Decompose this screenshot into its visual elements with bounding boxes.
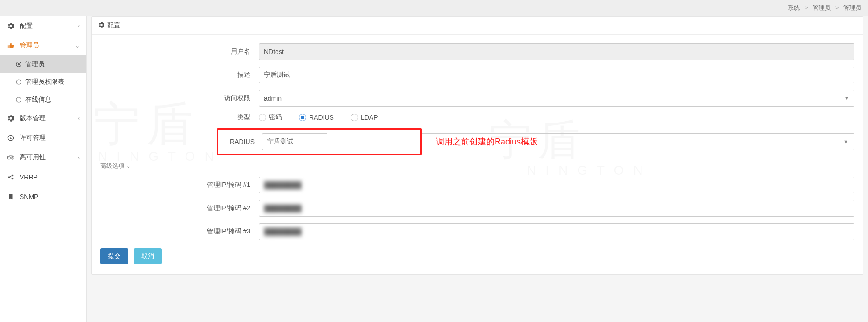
sidebar-subitem-label: 管理员 bbox=[25, 60, 45, 69]
annotation-text: 调用之前创建的Radius模版 bbox=[436, 136, 537, 147]
sidebar-item-admin[interactable]: 管理员 ⌄ bbox=[0, 36, 86, 55]
advanced-options-label: 高级选项 bbox=[100, 162, 124, 170]
topbar: 系统 > 管理员 > 管理员 bbox=[0, 0, 868, 16]
radius-value: 宁盾测试 bbox=[267, 137, 293, 146]
sidebar-item-config[interactable]: 配置 ‹ bbox=[0, 16, 86, 36]
gear-icon bbox=[7, 23, 15, 29]
type-label: 类型 bbox=[100, 113, 259, 122]
ip2-input[interactable] bbox=[259, 200, 854, 217]
breadcrumb-2[interactable]: 管理员 bbox=[813, 4, 831, 11]
sidebar-subitem-admin[interactable]: 管理员 bbox=[0, 55, 86, 73]
config-panel: 配置 用户名 NDtest 描述 bbox=[91, 16, 863, 275]
sidebar-item-label: 许可管理 bbox=[20, 134, 46, 142]
sidebar-subitem-label: 管理员权限表 bbox=[25, 78, 64, 86]
username-label: 用户名 bbox=[100, 48, 259, 56]
radius-label: RADIUS bbox=[221, 138, 262, 145]
tripadvisor-icon bbox=[7, 155, 15, 160]
breadcrumb: 系统 > 管理员 > 管理员 bbox=[788, 4, 861, 12]
sidebar-item-label: VRRP bbox=[20, 173, 38, 181]
advanced-options-toggle[interactable]: 高级选项 ⌄ bbox=[100, 162, 854, 170]
sidebar-subitem-label: 在线信息 bbox=[25, 96, 51, 104]
svg-point-9 bbox=[8, 176, 10, 178]
radio-label: 密码 bbox=[269, 113, 282, 122]
radius-select[interactable]: 宁盾测试 bbox=[262, 133, 327, 150]
sidebar-item-ha[interactable]: 高可用性 ‹ bbox=[0, 148, 86, 167]
radius-highlight-box: RADIUS 宁盾测试 bbox=[217, 128, 422, 155]
chevron-left-icon: ‹ bbox=[78, 115, 80, 122]
cog-icon bbox=[7, 115, 15, 122]
radio-filled-icon bbox=[16, 62, 21, 67]
svg-point-2 bbox=[16, 80, 21, 84]
radio-label: LDAP bbox=[361, 114, 378, 121]
svg-point-7 bbox=[8, 158, 9, 158]
desc-input[interactable] bbox=[259, 67, 854, 83]
radio-empty-icon bbox=[16, 97, 21, 103]
breadcrumb-3[interactable]: 管理员 bbox=[843, 4, 861, 11]
radio-icon bbox=[259, 114, 266, 121]
caret-down-icon: ▼ bbox=[844, 96, 849, 101]
svg-point-10 bbox=[12, 175, 14, 177]
sidebar-item-label: SNMP bbox=[20, 193, 38, 200]
radio-empty-icon bbox=[16, 79, 21, 85]
caret-down-icon: ▼ bbox=[843, 139, 848, 144]
ip1-label: 管理IP/掩码 #1 bbox=[100, 181, 259, 189]
sidebar-item-version[interactable]: 版本管理 ‹ bbox=[0, 109, 86, 128]
copyright-icon bbox=[7, 135, 15, 141]
ip3-label: 管理IP/掩码 #3 bbox=[100, 227, 259, 236]
svg-point-11 bbox=[12, 178, 14, 180]
sidebar-item-vrrp[interactable]: VRRP bbox=[0, 167, 86, 187]
svg-point-8 bbox=[12, 158, 13, 158]
username-value: NDtest bbox=[264, 48, 284, 55]
chevron-down-icon: ⌄ bbox=[75, 42, 80, 49]
desc-label: 描述 bbox=[100, 71, 259, 79]
sidebar-item-label: 配置 bbox=[20, 22, 33, 30]
type-radio-password[interactable]: 密码 bbox=[259, 113, 282, 122]
svg-point-3 bbox=[16, 97, 21, 102]
type-radio-ldap[interactable]: LDAP bbox=[351, 114, 378, 121]
sidebar-item-license[interactable]: 许可管理 bbox=[0, 128, 86, 148]
ip2-label: 管理IP/掩码 #2 bbox=[100, 204, 259, 212]
breadcrumb-sep: > bbox=[835, 4, 839, 11]
perm-label: 访问权限 bbox=[100, 94, 259, 103]
ip3-input[interactable] bbox=[259, 223, 854, 240]
sidebar-item-snmp[interactable]: SNMP bbox=[0, 187, 86, 206]
sidebar: 配置 ‹ 管理员 ⌄ 管理员 管理员权限表 在线信息 bbox=[0, 16, 87, 322]
chevron-left-icon: ‹ bbox=[78, 23, 80, 29]
perm-value: admin bbox=[264, 95, 282, 102]
content-area: 配置 用户名 NDtest 描述 bbox=[87, 16, 868, 322]
sidebar-subitem-perm[interactable]: 管理员权限表 bbox=[0, 73, 86, 91]
panel-title: 配置 bbox=[107, 21, 120, 30]
sidebar-subitem-online[interactable]: 在线信息 bbox=[0, 91, 86, 109]
thumbs-up-icon bbox=[7, 42, 15, 49]
submit-button[interactable]: 提交 bbox=[100, 248, 128, 264]
svg-point-4 bbox=[8, 135, 13, 140]
chevron-left-icon: ‹ bbox=[78, 154, 80, 161]
panel-header: 配置 bbox=[92, 17, 863, 35]
sidebar-item-label: 高可用性 bbox=[20, 153, 46, 162]
share-icon bbox=[7, 174, 15, 180]
sidebar-item-label: 版本管理 bbox=[20, 114, 46, 123]
bookmark-icon bbox=[7, 193, 15, 200]
svg-point-1 bbox=[18, 63, 20, 65]
breadcrumb-1[interactable]: 系统 bbox=[788, 4, 800, 11]
username-field: NDtest bbox=[259, 43, 854, 60]
gear-icon bbox=[98, 22, 104, 29]
ip1-input[interactable] bbox=[259, 177, 854, 193]
radio-icon bbox=[351, 114, 358, 121]
radio-icon bbox=[299, 114, 306, 121]
perm-select[interactable]: admin ▼ bbox=[259, 90, 854, 107]
type-radio-radius[interactable]: RADIUS bbox=[299, 114, 334, 121]
cancel-button[interactable]: 取消 bbox=[134, 248, 162, 264]
breadcrumb-sep: > bbox=[805, 4, 808, 11]
caret-down-icon: ⌄ bbox=[126, 164, 130, 169]
radio-label: RADIUS bbox=[309, 114, 334, 121]
sidebar-item-label: 管理员 bbox=[20, 41, 39, 50]
